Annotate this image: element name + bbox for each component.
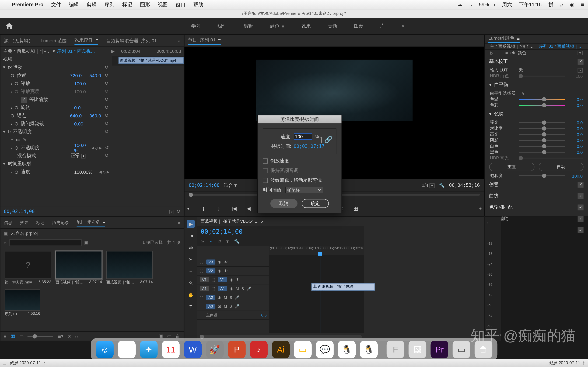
ime-label[interactable]: 拼	[548, 1, 553, 8]
ect-motion[interactable]: fx 运动	[8, 64, 59, 71]
section-wb[interactable]: 白平衡	[494, 82, 508, 88]
dock-font[interactable]: F	[387, 341, 404, 359]
workspace-audio[interactable]: 音频	[328, 23, 337, 29]
workspace-libraries[interactable]: 库	[380, 23, 385, 29]
contrast-value[interactable]: 0.0	[568, 126, 583, 131]
go-in-icon[interactable]: |◀	[230, 204, 238, 212]
button-editor-icon[interactable]: ＋	[476, 204, 484, 212]
blend-mode-select[interactable]: 正常 ▾	[71, 153, 86, 159]
menu-edit[interactable]: 编辑	[69, 1, 79, 8]
duration-value[interactable]: 00;03;07;17	[294, 144, 324, 149]
dock-word[interactable]: W	[184, 341, 202, 359]
reset-icon[interactable]: ↺	[104, 129, 110, 134]
dock-qq2[interactable]: 🐧	[360, 341, 378, 359]
menu-icon[interactable]: ≡	[581, 2, 584, 8]
window-icon[interactable]: ▭	[3, 361, 7, 366]
link-icon[interactable]: ] 🔗	[320, 136, 333, 144]
icon-view-icon[interactable]: ▦	[11, 334, 15, 339]
menu-help[interactable]: 帮助	[193, 1, 203, 8]
menu-mark[interactable]: 标记	[122, 1, 132, 8]
tab-effect-controls[interactable]: 效果控件 ≡	[74, 37, 98, 45]
bin-item[interactable]: 序列 014;53;16	[5, 289, 40, 317]
section-basic[interactable]: 基本校正	[489, 58, 508, 65]
wechat-icon[interactable]: ☁︎	[457, 2, 462, 8]
auto-button[interactable]: 自动	[538, 163, 584, 171]
mark-out-icon[interactable]: }	[215, 204, 223, 212]
timeline-clip[interactable]: ▦ 西瓜视频｜"拍了就是VLOG".mp4	[311, 283, 375, 291]
tint-value[interactable]: 0.0	[568, 103, 583, 108]
shadows-slider[interactable]	[519, 140, 565, 141]
lock-icon[interactable]: ⬚	[200, 269, 204, 273]
vignette-toggle[interactable]	[578, 227, 584, 233]
mark-in-icon[interactable]: {	[200, 204, 207, 212]
project-search[interactable]	[9, 239, 82, 246]
lock-icon[interactable]: ⬚	[200, 295, 204, 300]
workspace-effects[interactable]: 效果	[302, 23, 311, 29]
taskbar-right[interactable]: 截屏 2020-07-11 下	[549, 360, 586, 366]
tab-overflow-icon[interactable]: »	[178, 38, 180, 43]
timeline-tab[interactable]: 西瓜视频｜"拍了就是VLOG"	[200, 218, 253, 224]
whites-value[interactable]: 0.0	[568, 144, 583, 149]
tab-close-icon[interactable]: ×	[261, 219, 263, 224]
pen-tool-icon[interactable]: ✎	[187, 279, 195, 287]
dock-wechat[interactable]: 💬	[316, 341, 334, 359]
new-bin-icon[interactable]: ▣	[84, 240, 88, 245]
reverse-checkbox[interactable]	[263, 158, 268, 163]
reset-icon[interactable]: ↺	[104, 65, 110, 70]
dock-calendar[interactable]: 11	[162, 341, 180, 359]
program-tab[interactable]: 节目: 序列 01 ≡	[188, 37, 221, 45]
menu-graphics[interactable]: 图形	[140, 1, 150, 8]
tab-audio-mixer[interactable]: 音频剪辑混合器: 序列 01	[106, 38, 157, 44]
whites-slider[interactable]	[519, 146, 565, 147]
dock-finder[interactable]: ☺	[96, 341, 114, 359]
dock-notes[interactable]: ▭	[294, 341, 312, 359]
reset-icon[interactable]: ↺	[104, 121, 110, 126]
hsl-toggle[interactable]	[578, 216, 584, 222]
ect-anchor-x[interactable]: 640.0	[70, 113, 82, 118]
ect-clip-bar[interactable]: 西瓜视频｜"拍了就是VLOG".mp4	[118, 57, 184, 64]
snap-icon[interactable]: ∩	[209, 239, 213, 244]
menu-clip[interactable]: 剪辑	[87, 1, 97, 8]
mask-pen-icon[interactable]: ✎	[23, 137, 26, 142]
app-name[interactable]: Premiere Pro	[12, 2, 43, 8]
dock-launchpad[interactable]: 🚀	[206, 341, 224, 359]
contrast-slider[interactable]	[519, 128, 565, 129]
workspace-editing[interactable]: 编辑	[244, 23, 253, 29]
ect-speed-value[interactable]: 100.00%	[74, 169, 93, 174]
ect-sequence-link[interactable]: 序列 01 * 西瓜视...	[57, 48, 95, 54]
auto-seq-icon[interactable]: ⎘	[68, 334, 71, 339]
step-back-icon[interactable]: ◀|	[245, 204, 253, 212]
section-creative[interactable]: 创意	[489, 181, 498, 188]
sort-icon[interactable]: ≣▾	[57, 334, 63, 339]
dock-preview[interactable]: 🖼	[409, 341, 426, 359]
dock-chrome[interactable]: ◉	[118, 341, 136, 359]
wifi-icon[interactable]: ⌵	[469, 2, 472, 8]
curves-toggle[interactable]	[578, 193, 584, 199]
ect-position-x[interactable]: 720.0	[70, 73, 82, 78]
ok-button[interactable]: 确定	[302, 199, 329, 208]
timeline-timecode[interactable]: 00;02;14;00	[200, 228, 242, 235]
uniform-scale-checkbox[interactable]	[21, 97, 26, 103]
tab-history[interactable]: 历史记录	[52, 219, 69, 225]
list-view-icon[interactable]: ≡	[4, 334, 7, 339]
dock-premiere[interactable]: Pr	[431, 341, 448, 359]
bin-item[interactable]: ?第一种方案.mov6:35:22	[5, 251, 51, 285]
zoom-slider[interactable]	[28, 336, 53, 337]
ect-opacity-value[interactable]: 100.0 %	[74, 143, 89, 153]
ect-opacity-fx[interactable]: fx 不透明度	[8, 128, 59, 135]
lut-select[interactable]: 无	[519, 67, 574, 73]
section-wheels[interactable]: 色轮和匹配	[489, 204, 512, 210]
ect-footer-timecode[interactable]: 00;02;14;00	[4, 209, 35, 214]
settings-icon[interactable]: 🔧	[234, 239, 240, 244]
workspace-learn[interactable]: 学习	[191, 23, 200, 29]
lock-icon[interactable]: ⬚	[200, 313, 204, 317]
bin-item[interactable]: 西瓜视频｜"拍…3:07:14	[106, 251, 153, 285]
scrub-handle[interactable]	[189, 193, 193, 197]
temp-value[interactable]: 0.0	[568, 97, 583, 102]
tab-info[interactable]: 信息	[4, 219, 12, 225]
razor-tool-icon[interactable]: ✂	[187, 256, 195, 263]
dock-safari[interactable]: ✦	[140, 341, 158, 359]
nest-icon[interactable]: ⇲	[200, 239, 204, 244]
reset-icon[interactable]: ↺	[104, 145, 110, 151]
bin-icon[interactable]: ▣	[4, 231, 8, 236]
